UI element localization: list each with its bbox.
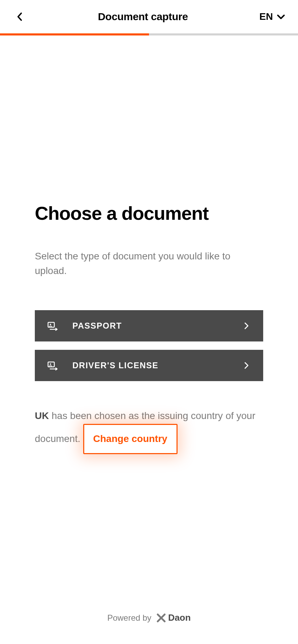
page-description: Select the type of document you would li…	[35, 249, 263, 278]
language-label: EN	[259, 11, 273, 22]
svg-point-3	[50, 363, 51, 365]
language-selector[interactable]: EN	[259, 11, 285, 22]
id-card-icon	[47, 320, 58, 331]
app-header: Document capture EN	[0, 0, 298, 33]
country-info: UK has been chosen as the issuing countr…	[35, 408, 263, 454]
drivers-license-button[interactable]: DRIVER'S LICENSE	[35, 350, 263, 381]
brand-logo: Daon	[156, 612, 191, 623]
daon-x-icon	[156, 613, 166, 623]
document-label: PASSPORT	[72, 321, 242, 331]
svg-point-1	[50, 324, 51, 325]
progress-bar	[0, 33, 298, 35]
chevron-right-icon	[242, 322, 251, 330]
back-button[interactable]	[13, 10, 26, 24]
chevron-down-icon	[276, 14, 285, 19]
progress-fill	[0, 33, 149, 35]
powered-by-label: Powered by	[107, 613, 151, 623]
id-card-icon	[47, 360, 58, 371]
main-content: Choose a document Select the type of doc…	[0, 35, 298, 598]
country-code: UK	[35, 410, 49, 421]
document-label: DRIVER'S LICENSE	[72, 361, 242, 370]
header-title: Document capture	[98, 11, 188, 23]
footer: Powered by Daon	[0, 598, 298, 644]
chevron-right-icon	[242, 361, 251, 370]
change-country-link[interactable]: Change country	[83, 424, 178, 454]
chevron-left-icon	[16, 12, 23, 22]
brand-name: Daon	[168, 612, 191, 623]
page-heading: Choose a document	[35, 202, 263, 224]
passport-button[interactable]: PASSPORT	[35, 310, 263, 341]
